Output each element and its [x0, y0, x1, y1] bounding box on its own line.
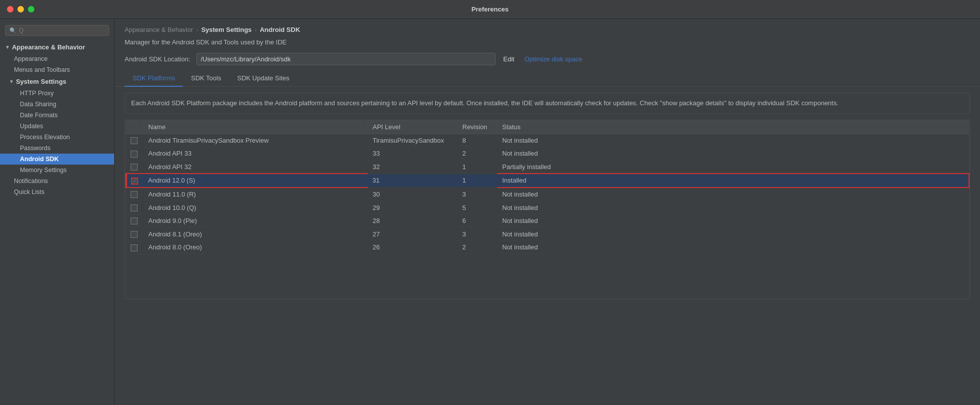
- breadcrumb-sep-2: ›: [255, 26, 257, 33]
- search-bar[interactable]: 🔍: [5, 25, 109, 36]
- breadcrumb-sep-1: ›: [196, 26, 198, 33]
- table-cell-revision: 5: [457, 201, 497, 214]
- checkbox[interactable]: [131, 151, 138, 158]
- sidebar-item-passwords[interactable]: Passwords: [0, 143, 114, 154]
- sidebar-item-updates[interactable]: Updates: [0, 121, 114, 132]
- table-cell-check: [126, 188, 143, 201]
- table-cell-check: [126, 241, 143, 254]
- table-cell-status: Not installed: [497, 241, 969, 254]
- sdk-location-row: Android SDK Location: Edit Optimize disk…: [115, 51, 980, 70]
- table-header-row: Name API Level Revision Status: [126, 120, 969, 134]
- checkbox[interactable]: ✓: [131, 178, 138, 185]
- sidebar-item-android-sdk[interactable]: Android SDK: [0, 154, 114, 165]
- table-cell-check: [126, 160, 143, 174]
- sidebar-item-label: Updates: [20, 123, 43, 130]
- tab-sdk-update-sites[interactable]: SDK Update Sites: [229, 70, 298, 87]
- sidebar-section-appearance-behavior[interactable]: ▼ Appearance & Behavior: [0, 41, 114, 53]
- table-cell-status: Not installed: [497, 147, 969, 161]
- sidebar-item-date-formats[interactable]: Date Formats: [0, 110, 114, 121]
- table-row: Android TiramisuPrivacySandbox PreviewTi…: [126, 134, 969, 147]
- checkbox[interactable]: [131, 164, 138, 171]
- table-cell-revision: 2: [457, 241, 497, 254]
- checkbox[interactable]: [131, 137, 138, 144]
- sidebar: 🔍 ▼ Appearance & Behavior Appearance Men…: [0, 19, 115, 405]
- sidebar-sub-header-system-settings[interactable]: ▼ System Settings: [0, 75, 114, 88]
- table-cell-name: Android API 33: [143, 147, 367, 161]
- sidebar-item-label: Data Sharing: [20, 101, 56, 108]
- checkbox[interactable]: [131, 191, 138, 198]
- platform-description: Each Android SDK Platform package includ…: [125, 93, 970, 114]
- table-cell-status: Installed: [497, 174, 969, 188]
- table-cell-revision: 3: [457, 227, 497, 241]
- sidebar-sub-header-label: System Settings: [16, 78, 66, 85]
- table-cell-status: Not installed: [497, 188, 969, 201]
- checkbox[interactable]: [131, 204, 138, 211]
- table-cell-api: 29: [367, 201, 457, 214]
- table-row: Android 11.0 (R)303Not installed: [126, 188, 969, 201]
- sidebar-section-label: Appearance & Behavior: [12, 43, 85, 51]
- edit-button[interactable]: Edit: [501, 55, 516, 63]
- right-panel: Appearance & Behavior › System Settings …: [115, 19, 980, 405]
- sidebar-item-label: Notifications: [14, 178, 48, 185]
- minimize-button[interactable]: [17, 6, 24, 12]
- table-cell-check: [126, 147, 143, 161]
- sidebar-item-notifications[interactable]: Notifications: [0, 176, 114, 187]
- breadcrumb-system-settings: System Settings: [201, 26, 252, 33]
- table-cell-status: Not installed: [497, 201, 969, 214]
- sdk-location-input[interactable]: [196, 53, 495, 65]
- sidebar-item-label: Process Elevation: [20, 134, 70, 141]
- search-icon: 🔍: [9, 27, 16, 34]
- table-cell-status: Not installed: [497, 214, 969, 227]
- window-controls: [7, 6, 34, 12]
- table-cell-revision: 6: [457, 214, 497, 227]
- sidebar-item-label: Passwords: [20, 145, 50, 152]
- table-cell-check: [126, 201, 143, 214]
- table-cell-name: Android 8.0 (Oreo): [143, 241, 367, 254]
- table-row: Android 10.0 (Q)295Not installed: [126, 201, 969, 214]
- col-header-api: API Level: [367, 120, 457, 134]
- main-content: 🔍 ▼ Appearance & Behavior Appearance Men…: [0, 19, 980, 405]
- panel-description: Manager for the Android SDK and Tools us…: [115, 36, 980, 51]
- table-cell-check: [126, 227, 143, 241]
- search-input[interactable]: [19, 27, 105, 34]
- table-cell-status: Partially installed: [497, 160, 969, 174]
- tab-label: SDK Tools: [191, 74, 221, 82]
- tab-sdk-platforms[interactable]: SDK Platforms: [125, 70, 183, 87]
- checkbox[interactable]: [131, 217, 138, 224]
- sdk-table: Name API Level Revision Status Android T…: [125, 120, 970, 254]
- sdk-table-wrapper[interactable]: Name API Level Revision Status Android T…: [125, 120, 970, 299]
- table-cell-api: 32: [367, 160, 457, 174]
- sidebar-item-label: Date Formats: [20, 112, 58, 119]
- sidebar-item-label: Memory Settings: [20, 167, 67, 174]
- tab-sdk-tools[interactable]: SDK Tools: [183, 70, 229, 87]
- table-cell-revision: 1: [457, 160, 497, 174]
- table-cell-status: Not installed: [497, 134, 969, 147]
- sidebar-item-label: Android SDK: [20, 156, 59, 163]
- sidebar-item-http-proxy[interactable]: HTTP Proxy: [0, 88, 114, 99]
- table-cell-name: Android 11.0 (R): [143, 188, 367, 201]
- table-cell-api: 33: [367, 147, 457, 161]
- sidebar-item-data-sharing[interactable]: Data Sharing: [0, 99, 114, 110]
- checkbox[interactable]: [131, 244, 138, 251]
- maximize-button[interactable]: [28, 6, 34, 12]
- table-cell-check: [126, 214, 143, 227]
- sidebar-item-quick-lists[interactable]: Quick Lists: [0, 187, 114, 198]
- table-cell-name: Android 9.0 (Pie): [143, 214, 367, 227]
- tab-label: SDK Platforms: [133, 74, 175, 82]
- sidebar-item-label: Appearance: [14, 55, 47, 62]
- table-cell-name: Android 12.0 (S): [143, 174, 367, 188]
- close-button[interactable]: [7, 6, 13, 12]
- table-cell-check: ✓: [126, 174, 143, 188]
- sidebar-item-process-elevation[interactable]: Process Elevation: [0, 132, 114, 143]
- table-cell-status: Not installed: [497, 227, 969, 241]
- optimize-disk-space-button[interactable]: Optimize disk space: [522, 55, 584, 63]
- checkbox[interactable]: [131, 231, 138, 238]
- table-cell-api: 27: [367, 227, 457, 241]
- sidebar-item-memory-settings[interactable]: Memory Settings: [0, 165, 114, 176]
- table-cell-name: Android TiramisuPrivacySandbox Preview: [143, 134, 367, 147]
- table-row: Android 8.1 (Oreo)273Not installed: [126, 227, 969, 241]
- sidebar-item-menus-toolbars[interactable]: Menus and Toolbars: [0, 64, 114, 75]
- table-row: Android API 32321Partially installed: [126, 160, 969, 174]
- sidebar-item-appearance[interactable]: Appearance: [0, 53, 114, 64]
- col-header-status: Status: [497, 120, 969, 134]
